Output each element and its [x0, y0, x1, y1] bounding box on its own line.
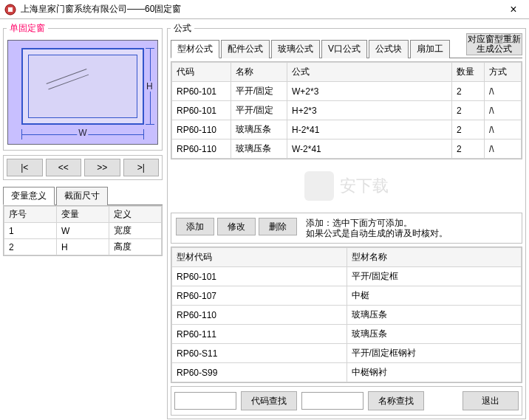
pth-code: 型材代码: [172, 248, 347, 267]
add-button[interactable]: 添加: [176, 218, 214, 235]
fth-mode: 方式: [485, 63, 522, 82]
formula-tab-3[interactable]: V口公式: [321, 40, 367, 58]
exit-button[interactable]: 退出: [463, 391, 519, 410]
code-search-button[interactable]: 代码查找: [241, 391, 297, 410]
nav-prev-button[interactable]: <<: [46, 159, 82, 176]
tab-var-meaning[interactable]: 变量意义: [3, 187, 55, 205]
tab-section-size[interactable]: 截面尺寸: [56, 187, 108, 205]
nav-next-button[interactable]: >>: [84, 159, 120, 176]
edit-button[interactable]: 修改: [217, 218, 256, 235]
dim-h-label: H: [146, 81, 153, 92]
pth-name: 型材名称: [347, 248, 522, 267]
code-search-input[interactable]: [174, 392, 236, 410]
formula-tab-1[interactable]: 配件公式: [221, 40, 270, 58]
title-bar: 上海皇家门窗系统有限公司——60固定窗 ×: [0, 0, 529, 19]
table-row[interactable]: RP60-110玻璃压条: [172, 306, 522, 325]
app-icon: [4, 4, 16, 16]
dim-w-label: W: [77, 128, 88, 138]
table-row[interactable]: RP60-110玻璃压条W-2*412/\: [172, 140, 522, 159]
watermark-text: 安下载: [340, 175, 389, 197]
formula-tab-4[interactable]: 公式块: [369, 40, 409, 58]
var-th-no: 序号: [4, 207, 57, 223]
fth-qty: 数量: [452, 63, 485, 82]
formula-tab-2[interactable]: 玻璃公式: [271, 40, 320, 58]
formula-tab-0[interactable]: 型材公式: [171, 40, 219, 58]
diagram-group: 单固定窗 W H: [3, 22, 163, 151]
fth-formula: 公式: [287, 63, 452, 82]
var-th-var: 变量: [57, 207, 109, 223]
record-nav: |< << >> >|: [3, 155, 163, 180]
table-row[interactable]: RP60-107中梃: [172, 286, 522, 306]
var-th-def: 定义: [109, 207, 162, 223]
fth-code: 代码: [172, 63, 231, 82]
table-row[interactable]: RP60-101平开/固定H+2*32/\: [172, 101, 522, 120]
formula-tab-5[interactable]: 扇加工: [410, 40, 450, 58]
nav-first-button[interactable]: |<: [7, 159, 43, 176]
delete-button[interactable]: 删除: [259, 218, 297, 235]
table-row[interactable]: RP60-110玻璃压条H-2*412/\: [172, 120, 522, 140]
nav-last-button[interactable]: >|: [123, 159, 160, 176]
name-search-button[interactable]: 名称查找: [368, 391, 424, 410]
regen-formula-button[interactable]: 对应窗型重新生成公式: [466, 33, 522, 55]
table-row[interactable]: RP60-S11平开/固定框钢衬: [172, 344, 522, 363]
fth-name: 名称: [231, 63, 287, 82]
table-row[interactable]: RP60-101平开/固定框: [172, 267, 522, 286]
action-hint: 添加：选中下面方可添加。 如果公式是自动生成的请及时核对。: [300, 218, 517, 238]
formula-group: 公式 对应窗型重新生成公式 型材公式配件公式玻璃公式V口公式公式块扇加工 代码 …: [167, 22, 526, 419]
bottom-bar: 代码查找 名称查找 退出: [171, 386, 522, 416]
table-row[interactable]: 2H高度: [4, 239, 162, 255]
watermark-area: 安下载: [171, 164, 522, 208]
table-row[interactable]: RP60-111玻璃压条: [172, 325, 522, 344]
diagram-legend: 单固定窗: [7, 22, 48, 35]
table-row[interactable]: RP60-S99中梃钢衬: [172, 363, 522, 382]
left-tabs: 变量意义 截面尺寸: [3, 186, 163, 205]
formula-table: 代码 名称 公式 数量 方式 RP60-101平开/固定W+2*32/\RP60…: [171, 61, 522, 159]
var-table: 序号 变量 定义 1W宽度2H高度: [3, 205, 163, 256]
window-diagram: W H: [7, 40, 158, 145]
close-icon[interactable]: ×: [502, 3, 525, 16]
profile-table: 型材代码 型材名称 RP60-101平开/固定框RP60-107中梃RP60-1…: [171, 247, 522, 383]
window-title: 上海皇家门窗系统有限公司——60固定窗: [21, 3, 502, 16]
action-bar: 添加 修改 删除 添加：选中下面方可添加。 如果公式是自动生成的请及时核对。: [171, 213, 522, 244]
lock-icon: [304, 171, 334, 201]
formula-legend: 公式: [171, 22, 194, 35]
name-search-input[interactable]: [301, 392, 364, 410]
table-row[interactable]: RP60-101平开/固定W+2*32/\: [172, 82, 522, 101]
table-row[interactable]: 1W宽度: [4, 223, 162, 239]
